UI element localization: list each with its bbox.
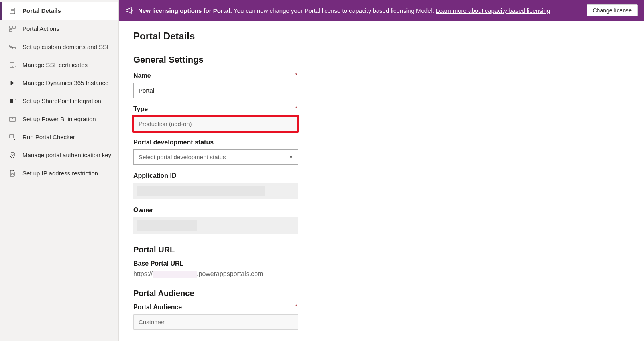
svg-rect-4	[10, 26, 12, 28]
svg-rect-16	[12, 174, 13, 175]
dev-status-group: Portal development status Select portal …	[133, 139, 298, 165]
sidebar: Portal Details Portal Actions Set up cus…	[0, 0, 119, 341]
svg-rect-8	[13, 47, 15, 49]
svg-rect-6	[10, 29, 12, 32]
app-id-group: Application ID	[133, 172, 298, 199]
file-lock-icon	[9, 170, 16, 177]
sidebar-item-portal-checker[interactable]: Run Portal Checker	[0, 128, 118, 146]
page-title: Portal Details	[133, 30, 630, 42]
general-settings-title: General Settings	[133, 55, 630, 65]
sidebar-item-label: Manage Dynamics 365 Instance	[22, 79, 112, 87]
sidebar-item-custom-domains[interactable]: Set up custom domains and SSL	[0, 38, 118, 56]
sidebar-item-label: Run Portal Checker	[22, 133, 112, 141]
megaphone-icon	[125, 6, 133, 14]
app-id-redacted	[133, 183, 298, 199]
portal-audience-title: Portal Audience	[133, 289, 630, 298]
base-url-group: Base Portal URL https://.powerappsportal…	[133, 260, 298, 278]
sidebar-item-portal-actions[interactable]: Portal Actions	[0, 20, 118, 38]
certificate-icon	[9, 61, 16, 69]
audience-input	[133, 314, 298, 330]
banner-learn-more-link[interactable]: Learn more about capacity based licensin…	[436, 7, 550, 14]
sidebar-item-sharepoint[interactable]: Set up SharePoint integration	[0, 92, 118, 110]
sharepoint-icon	[9, 97, 16, 105]
svg-rect-13	[10, 117, 15, 121]
sidebar-item-label: Set up SharePoint integration	[22, 97, 112, 105]
type-input	[133, 116, 298, 132]
type-group: Type	[133, 106, 298, 132]
banner-bold: New licensing options for Portal:	[138, 7, 232, 14]
sidebar-item-label: Manage portal authentication key	[22, 151, 112, 159]
sidebar-item-label: Set up IP address restriction	[22, 169, 112, 177]
svg-rect-5	[13, 26, 15, 28]
shield-icon	[9, 152, 16, 159]
portal-url-title: Portal URL	[133, 245, 630, 254]
owner-redacted	[133, 217, 298, 234]
sidebar-item-label: Portal Details	[22, 6, 112, 15]
main-content: Portal Details General Settings Name Typ…	[119, 21, 644, 341]
audience-label: Portal Audience	[133, 304, 298, 311]
svg-rect-7	[10, 45, 12, 47]
name-label: Name	[133, 72, 298, 79]
chart-icon	[9, 116, 16, 123]
sidebar-item-portal-details[interactable]: Portal Details	[0, 2, 118, 20]
dev-status-label: Portal development status	[133, 139, 298, 146]
type-label: Type	[133, 106, 298, 113]
audience-group: Portal Audience	[133, 304, 298, 330]
licensing-banner: New licensing options for Portal: You ca…	[119, 0, 644, 21]
sidebar-item-ip-restriction[interactable]: Set up IP address restriction	[0, 164, 118, 182]
sidebar-item-dynamics-365[interactable]: Manage Dynamics 365 Instance	[0, 74, 118, 92]
url-prefix: https://	[133, 270, 153, 277]
name-input[interactable]	[133, 83, 298, 98]
svg-point-15	[12, 154, 13, 156]
owner-label: Owner	[133, 207, 298, 214]
sidebar-item-powerbi[interactable]: Set up Power BI integration	[0, 110, 118, 128]
checker-icon	[9, 134, 16, 141]
base-url-value: https://.powerappsportals.com	[133, 270, 298, 278]
sidebar-item-label: Portal Actions	[22, 24, 112, 33]
sidebar-item-label: Set up custom domains and SSL	[22, 43, 112, 51]
dev-status-select[interactable]: Select portal development status	[133, 149, 298, 165]
change-license-button[interactable]: Change license	[587, 4, 638, 16]
sidebar-item-label: Set up Power BI integration	[22, 115, 112, 123]
sidebar-item-label: Manage SSL certificates	[22, 61, 112, 69]
document-icon	[9, 7, 16, 14]
app-id-label: Application ID	[133, 172, 298, 179]
domain-icon	[9, 43, 16, 51]
banner-text: New licensing options for Portal: You ca…	[138, 7, 550, 14]
url-redacted	[153, 271, 197, 278]
owner-group: Owner	[133, 207, 298, 234]
url-suffix: .powerappsportals.com	[197, 270, 263, 277]
svg-rect-14	[10, 135, 14, 138]
actions-icon	[9, 25, 16, 32]
base-url-label: Base Portal URL	[133, 260, 298, 267]
banner-content: New licensing options for Portal: You ca…	[125, 6, 550, 14]
play-icon	[9, 79, 16, 87]
name-group: Name	[133, 72, 298, 98]
sidebar-item-ssl-certificates[interactable]: Manage SSL certificates	[0, 56, 118, 74]
banner-desc: You can now change your Portal license t…	[232, 7, 436, 14]
svg-rect-9	[10, 62, 14, 67]
sidebar-item-auth-key[interactable]: Manage portal authentication key	[0, 146, 118, 164]
